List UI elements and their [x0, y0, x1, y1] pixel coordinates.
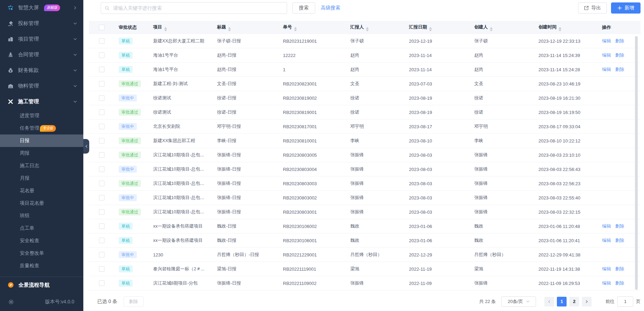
- sidebar-item-construction[interactable]: 施工管理: [0, 94, 83, 109]
- row-checkbox[interactable]: [99, 109, 104, 115]
- row-checkbox[interactable]: [99, 52, 104, 58]
- next-page-button[interactable]: [582, 297, 592, 306]
- edit-link[interactable]: 编辑: [602, 223, 611, 229]
- page-size-select[interactable]: 20条/页: [501, 296, 536, 307]
- title-cell: 张振锋-日报: [213, 290, 279, 292]
- edit-link[interactable]: 编辑: [602, 238, 611, 243]
- row-checkbox[interactable]: [99, 81, 104, 87]
- delete-link[interactable]: 删除: [615, 223, 624, 229]
- creator-cell: 文圣: [470, 77, 534, 91]
- gear-icon[interactable]: [8, 299, 14, 305]
- search-input[interactable]: [112, 5, 283, 11]
- sidebar-item-contract[interactable]: 合同管理: [0, 47, 83, 63]
- column-header-汇报日期[interactable]: 汇报日期: [405, 21, 470, 34]
- actions-cell: 编辑删除: [598, 34, 641, 48]
- list-footer: 已选 0 条 删除 共 22 条 20条/页 12 前往 页: [89, 292, 641, 311]
- table-scrollbar[interactable]: [635, 36, 638, 290]
- row-checkbox[interactable]: [99, 38, 104, 44]
- row-checkbox[interactable]: [99, 124, 104, 129]
- column-header-创建人[interactable]: 创建人: [470, 21, 534, 34]
- edit-link[interactable]: 编辑: [602, 38, 611, 43]
- sidebar-subitem[interactable]: 项目花名册: [0, 197, 83, 210]
- export-button[interactable]: 导出: [578, 2, 607, 14]
- delete-link[interactable]: 删除: [615, 67, 624, 72]
- prev-page-button[interactable]: [544, 297, 554, 306]
- sidebar-subitem[interactable]: 月报: [0, 172, 83, 185]
- advanced-search-link[interactable]: 高级搜索: [321, 5, 340, 11]
- sidebar-subitem[interactable]: 安全整改单: [0, 247, 83, 260]
- sidebar-item-panorama-navigation[interactable]: 全景流程导航: [0, 277, 83, 293]
- row-checkbox[interactable]: [99, 138, 104, 144]
- sort-icon[interactable]: [366, 27, 369, 31]
- sidebar-subitem[interactable]: 日报: [0, 134, 83, 147]
- sidebar-subitem[interactable]: 安全检查: [0, 235, 83, 247]
- goto-page-input[interactable]: [617, 296, 633, 307]
- sort-icon[interactable]: [164, 27, 167, 31]
- version-badge: 旗舰版: [44, 5, 60, 11]
- edit-link[interactable]: 编辑: [602, 67, 611, 72]
- row-checkbox[interactable]: [99, 152, 104, 158]
- sidebar-collapse-button[interactable]: [83, 139, 89, 154]
- sidebar-subitem[interactable]: 进度管理: [0, 109, 83, 122]
- sidebar-footer: 全景流程导航 版本号:v4.0.0: [0, 277, 83, 311]
- report-date-cell: 2023-07-03: [405, 77, 470, 91]
- row-checkbox[interactable]: [99, 195, 104, 200]
- delete-link[interactable]: 删除: [615, 238, 624, 243]
- edit-link[interactable]: 编辑: [602, 266, 611, 271]
- column-header-汇报人[interactable]: 汇报人: [346, 21, 405, 34]
- sidebar-subitem[interactable]: 花名册: [0, 185, 83, 197]
- sort-icon[interactable]: [490, 27, 493, 31]
- delete-link[interactable]: 删除: [615, 266, 624, 271]
- edit-link[interactable]: 编辑: [602, 280, 611, 286]
- row-checkbox[interactable]: [99, 252, 104, 257]
- title-cell: 张振锋-日报: [213, 148, 279, 162]
- creator-cell: 李峡: [470, 134, 534, 148]
- add-button[interactable]: 新增: [611, 2, 641, 14]
- row-checkbox[interactable]: [99, 95, 104, 101]
- reporter-cell: 张振锋: [346, 290, 405, 292]
- sidebar-item-bid[interactable]: 投标管理: [0, 16, 83, 31]
- actions-cell: [598, 148, 641, 162]
- sidebar-item-finance[interactable]: 财务账款: [0, 63, 83, 78]
- column-header-创建时间[interactable]: 创建时间: [534, 21, 598, 34]
- sidebar-subitem[interactable]: 班组: [0, 210, 83, 222]
- page-button-1[interactable]: 1: [557, 297, 567, 306]
- sidebar-subitem[interactable]: 施工日志: [0, 159, 83, 172]
- sidebar-item-project[interactable]: 项目管理: [0, 31, 83, 47]
- row-checkbox[interactable]: [99, 181, 104, 186]
- batch-delete-button[interactable]: 删除: [124, 296, 144, 307]
- sort-icon[interactable]: [559, 27, 561, 31]
- sort-icon[interactable]: [429, 27, 432, 31]
- row-checkbox[interactable]: [99, 280, 104, 286]
- sort-icon[interactable]: [228, 27, 231, 31]
- creator-cell: 徐诺: [470, 91, 534, 105]
- delete-link[interactable]: 删除: [615, 52, 624, 58]
- reporter-cell: 吕哲烽（秒回）: [346, 248, 405, 262]
- sidebar-subitem[interactable]: 周报: [0, 147, 83, 159]
- search-button[interactable]: 搜索: [292, 2, 315, 14]
- sidebar-item-material[interactable]: 物料管理: [0, 78, 83, 94]
- edit-link[interactable]: 编辑: [602, 52, 611, 58]
- column-header-label: 汇报人: [350, 24, 364, 30]
- select-all-checkbox[interactable]: [99, 25, 104, 30]
- delete-link[interactable]: 删除: [615, 38, 624, 43]
- row-checkbox[interactable]: [99, 223, 104, 229]
- sidebar-subitem[interactable]: 质量检查: [0, 260, 83, 272]
- page-button-2[interactable]: 2: [569, 297, 579, 306]
- row-checkbox[interactable]: [99, 238, 104, 243]
- report-table: 审批状态 项目 标题 单号 汇报人 汇报日期 创建人 创建时间 操作 草稿 新建…: [89, 21, 641, 292]
- column-header-项目[interactable]: 项目: [149, 21, 213, 34]
- row-checkbox[interactable]: [99, 266, 104, 272]
- column-header-审批状态: 审批状态: [115, 21, 149, 34]
- column-header-标题[interactable]: 标题: [213, 21, 279, 34]
- row-checkbox[interactable]: [99, 166, 104, 172]
- sidebar-subitem[interactable]: 点工单: [0, 222, 83, 235]
- sidebar-item-dashboard[interactable]: 智慧大屏 旗舰版: [0, 0, 83, 16]
- sidebar-subitem[interactable]: 任务管理 专业版: [0, 122, 83, 134]
- report-date-cell: 2022-12-29: [405, 248, 470, 262]
- delete-link[interactable]: 删除: [615, 280, 624, 286]
- row-checkbox[interactable]: [99, 67, 104, 72]
- column-header-单号[interactable]: 单号: [279, 21, 346, 34]
- row-checkbox[interactable]: [99, 209, 104, 215]
- sort-icon[interactable]: [294, 27, 297, 31]
